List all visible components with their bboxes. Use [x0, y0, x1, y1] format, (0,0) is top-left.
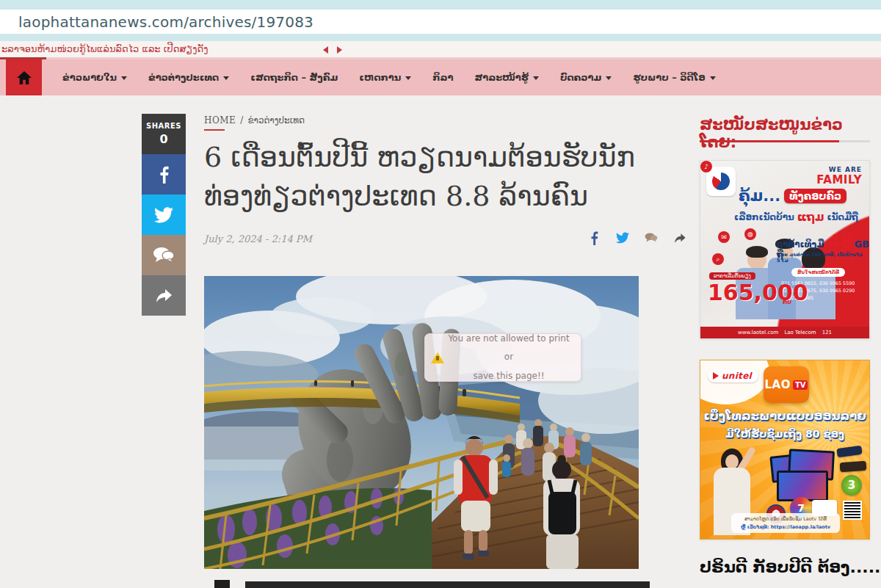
envelope-icon: ✉: [718, 231, 730, 243]
chevron-down-icon: [606, 76, 612, 80]
share-count: SHARES 0: [142, 114, 186, 154]
ad1-price-label: ລາຄາເລີ່ມຕົ້ນພຽງ: [709, 272, 755, 280]
browser-top-bar: [0, 0, 881, 10]
article-share-icons: [587, 231, 686, 244]
ad1-price: 165,000: [708, 280, 808, 305]
share-rail: SHARES 0: [142, 114, 186, 316]
ad2-headline: ເບິ່ງໂທລະພາບແບບອອນລາຍ: [700, 409, 869, 423]
ad2-caption: ສາມາດໂຫຼດ ແອັບ ເພື່ອຮັບຊົມ Laotv ໄດ້ທີ່ …: [731, 513, 840, 533]
ticker-prev-icon[interactable]: [323, 46, 328, 54]
ad1-data-value: 48: [828, 231, 852, 252]
nav-item-knowledge[interactable]: ສາລະໜ້າຮູ້: [474, 72, 538, 83]
article-image: [204, 276, 639, 569]
chevron-down-icon: [533, 76, 539, 80]
breadcrumb-separator: /: [240, 115, 243, 126]
channel-3-badge: 3: [841, 475, 862, 496]
nav-item-photos-videos[interactable]: ຮູບພາບ – ວິດີໂອ: [633, 72, 715, 83]
share-twitter-button[interactable]: [142, 195, 186, 235]
print-blocked-line2: save this page!!: [444, 367, 573, 385]
nav-item-economy-society[interactable]: ເສດຖະກິດ – ສັງຄົມ: [250, 72, 338, 83]
breadcrumb-home-link[interactable]: HOME: [204, 115, 236, 126]
sidebar-support-heading: ສະໜັບສະໜູນຂ່າວໂດຍ:: [700, 116, 870, 151]
browser-divider: [0, 34, 881, 41]
ticker-headline[interactable]: ະລາຈອນຫ້າມໜ່ວຍກູ້ໄພແລ່ນລົດໄວ ແລະ ເປີດສຽງ…: [1, 43, 208, 54]
ad-banner-unitel-laotv[interactable]: unitel LAO TV ເບິ່ງໂທລະພາບແບບອອນລາຍ ມີໃຫ…: [700, 360, 870, 540]
chevron-down-icon: [405, 76, 411, 80]
article-title: 6 ເດືອນຕົ້ນປີນີ້ ຫວຽດນາມຕ້ອນຮັບນັກ ທ່ອງທ…: [204, 138, 689, 216]
ad2-woman-face: [725, 454, 739, 469]
ad1-headline-blue: ຄຸ້ມ...: [739, 187, 780, 205]
chevron-down-icon: [223, 76, 229, 80]
news-ticker: ະລາຈອນຫ້າມໜ່ວຍກູ້ໄພແລ່ນລົດໄວ ແລະ ເປີດສຽງ…: [0, 41, 881, 57]
ad1-headline-pill: ທັງຄອບຄົວ: [784, 189, 846, 203]
ticker-next-icon[interactable]: [337, 46, 342, 54]
twitter-icon: [616, 232, 629, 244]
nav-item-domestic-news[interactable]: ຂ່າວພາຍໃນ: [62, 72, 127, 83]
channel-badge: [836, 446, 862, 458]
twitter-icon: [154, 207, 173, 223]
laotv-logo: LAO TV: [764, 366, 809, 403]
ad1-currency: ກີບ: [783, 299, 791, 305]
nav-item-sports[interactable]: ກິລາ: [432, 72, 453, 83]
comment-bubbles-icon: [153, 247, 175, 264]
ad1-subhead-a: ເລືອກເນັດບ້ານ: [734, 212, 794, 222]
ad1-data-unit: GB: [854, 239, 869, 250]
nav-item-foreign-news[interactable]: ຂ່າວຕ່າງປະເທດ: [148, 72, 229, 83]
twitter-share-button[interactable]: [616, 231, 629, 244]
chevron-down-icon: [121, 76, 127, 80]
warning-icon: [431, 352, 444, 363]
more-share-button[interactable]: [673, 231, 686, 244]
next-media-fragment: [214, 580, 230, 588]
comment-button[interactable]: [645, 231, 658, 244]
facebook-icon: [590, 231, 598, 245]
facebook-icon: [159, 166, 169, 184]
ad1-person-dad-hair: [746, 246, 768, 258]
golden-bridge-photo: [204, 276, 639, 569]
share-arrow-icon: [673, 232, 686, 244]
print-blocked-line1: You are not allowed to print or: [444, 330, 573, 366]
ad1-website: www.laotel.com: [738, 330, 778, 335]
main-nav: ຂ່າວພາຍໃນ ຂ່າວຕ່າງປະເທດ ເສດຖະກິດ – ສັງຄົ…: [0, 59, 881, 95]
channel-badge: [840, 461, 867, 472]
home-button[interactable]: [6, 59, 42, 95]
unitel-logo: unitel: [708, 369, 758, 382]
url-text: laophattananews.com/archives/197083: [18, 13, 313, 31]
ad1-subhead-c: ເນັດມືຖື: [827, 212, 858, 222]
home-icon: [16, 70, 32, 85]
ad-banner-lao-telecom[interactable]: WE ARE FAMILY ຄຸ້ມ... ທັງຄອບຄົວ ເລືອກເນັ…: [700, 160, 870, 339]
ad1-contact-label: ສົນໃຈສະໝັກໄດ້ທີ່: [791, 268, 845, 277]
ad1-footer: www.laotel.com Lao Telecom 121: [700, 327, 869, 338]
share-facebook-button[interactable]: [142, 154, 186, 195]
ad1-hotline: 121: [822, 330, 832, 335]
ad1-subhead-b: ແຖມ: [797, 211, 824, 224]
lao-telecom-logo: [706, 167, 736, 196]
chevron-down-icon: [710, 76, 716, 80]
next-media-fragment: [245, 581, 650, 588]
ad1-facebook-page: Lao Telecom: [784, 330, 816, 335]
nav-item-articles[interactable]: ບົດຄວາມ: [560, 72, 612, 83]
music-note-icon: ♪: [700, 161, 712, 173]
ad2-subline: ມີໃຫ້ຮັບຊົມເຖິງ 80 ຊ່ອງ: [700, 428, 869, 440]
sidebar-print-heading: ປຣິນດີ ກັອບປີດີ ຕ້ອງ.....: [700, 558, 881, 576]
share-comment-button[interactable]: [142, 235, 186, 275]
search-icon: ⌕: [712, 253, 724, 265]
breadcrumb: HOME / ຂ່າວຕ່າງປະເທດ: [204, 115, 305, 126]
ad1-family: FAMILY: [816, 174, 862, 186]
sidebar-heading-underline: [700, 140, 870, 142]
browser-url-bar[interactable]: laophattananews.com/archives/197083: [0, 10, 881, 34]
globe-icon: ◍: [744, 228, 756, 240]
article-date: July 2, 2024 - 2:14 PM: [204, 233, 312, 244]
nav-item-events[interactable]: ເຫດການ: [359, 72, 411, 83]
breadcrumb-category-link[interactable]: ຂ່າວຕ່າງປະເທດ: [247, 115, 305, 126]
unitel-flag-icon: [713, 372, 719, 380]
share-more-button[interactable]: [142, 275, 186, 316]
qr-code: [843, 501, 862, 520]
facebook-share-button[interactable]: [587, 231, 601, 244]
comment-bubbles-icon: [645, 231, 658, 244]
share-arrow-icon: [154, 288, 173, 304]
print-blocked-tooltip: You are not allowed to print or save thi…: [424, 333, 581, 382]
breadcrumb-underline: [204, 129, 225, 131]
ad1-data-subtext: ແລະ ມູນຄ່າໂທ 160 ນາທີ, ເນັດບ້ານໄວ 5 ເມ: [777, 252, 866, 264]
